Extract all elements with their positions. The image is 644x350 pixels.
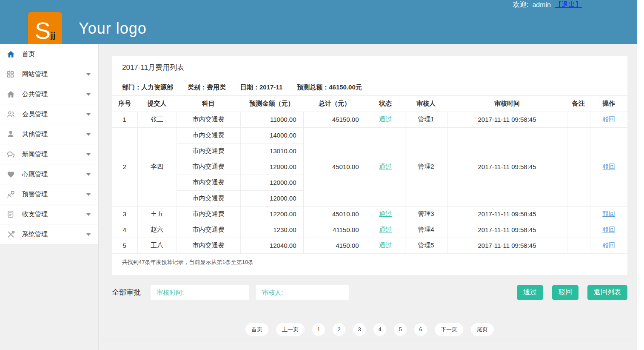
sidebar-item-3[interactable]: 公共管理 [0, 84, 98, 104]
grid-icon [6, 70, 18, 78]
page-button-1[interactable]: 1 [312, 323, 325, 336]
main-content: 2017-11月费用列表 部门：人力资源部类别：费用类日期：2017-11预测总… [112, 56, 627, 336]
sidebar-item-1[interactable]: 首页 [0, 44, 98, 64]
scrollbar-track[interactable] [637, 0, 644, 350]
logo-letter: S [35, 20, 51, 42]
sidebar-item-7[interactable]: 心愿管理 [0, 164, 98, 184]
cell-action-link[interactable]: 驳回 [602, 115, 615, 123]
logo-sub: jj [51, 29, 55, 42]
table-body: 1张三市内交通费11000.0045150.00通过管理12017-11-11 … [112, 112, 627, 253]
sidebar-item-label: 网站管理 [22, 70, 48, 78]
top-header: 欢迎:admin【退出】 Sjj Your logo [0, 0, 644, 44]
filter-label: 部门： [122, 83, 141, 91]
filter-value: 人力资源部 [141, 83, 173, 91]
chevron-down-icon [86, 233, 91, 238]
back-to-list-button[interactable]: 返回列表 [587, 285, 627, 300]
cell-submitter: 赵六 [137, 222, 177, 238]
page-button-首页[interactable]: 首页 [245, 323, 268, 336]
cell-status: 通过 [366, 206, 405, 222]
page-button-下一页[interactable]: 下一页 [435, 323, 463, 336]
page-button-尾页[interactable]: 尾页 [471, 323, 494, 336]
heart-icon [6, 170, 18, 179]
chevron-down-icon [86, 173, 91, 178]
cell-amount: 12000.00 [240, 175, 303, 190]
cell-amount: 12200.00 [240, 206, 303, 222]
table-row: 4赵六市内交通费1230.0041150.00通过管理42017-11-11 0… [112, 222, 627, 238]
sidebar-item-4[interactable]: 会员管理 [0, 104, 98, 124]
page-button-上一页[interactable]: 上一页 [276, 323, 305, 336]
filter-value: 2017-11 [259, 83, 282, 91]
cell-subject: 市内交通费 [177, 143, 240, 159]
filter-label: 类别： [188, 83, 207, 91]
username: admin [532, 1, 551, 9]
cell-subject: 市内交通费 [177, 112, 240, 127]
page-button-4[interactable]: 4 [373, 323, 386, 336]
auditor-input[interactable] [256, 285, 349, 300]
sidebar-item-label: 心愿管理 [22, 170, 48, 178]
filter-row: 部门：人力资源部类别：费用类日期：2017-11预测总额：46150.00元 [112, 79, 627, 96]
reject-button[interactable]: 驳回 [552, 285, 578, 300]
cell-status-link[interactable]: 通过 [379, 163, 392, 170]
sidebar-item-label: 新闻管理 [22, 150, 48, 158]
cell-status-link[interactable]: 通过 [379, 226, 392, 233]
cell-remark [567, 112, 590, 127]
filter-item-1: 部门：人力资源部 [122, 83, 173, 92]
cell-amount: 12040.00 [240, 238, 303, 253]
expense-table: 序号提交人科目预测金额（元）总计（元）状态审核人审核时间备注操作 1张三市内交通… [112, 96, 627, 254]
cell-status-link[interactable]: 通过 [379, 115, 392, 123]
cell-amount: 12000.00 [240, 190, 303, 206]
cell-action-link[interactable]: 驳回 [602, 241, 615, 249]
cell-action: 驳回 [590, 112, 627, 127]
column-header: 预测金额（元） [240, 96, 303, 112]
cell-submitter: 王五 [137, 206, 177, 222]
user-icon [6, 130, 18, 138]
logout-link[interactable]: 【退出】 [555, 0, 582, 9]
cell-status: 通过 [366, 127, 405, 206]
audit-time-input[interactable] [150, 285, 249, 300]
approve-button[interactable]: 通过 [517, 285, 543, 300]
cell-no: 4 [112, 222, 137, 238]
column-header: 科目 [177, 96, 240, 112]
sidebar-item-2[interactable]: 网站管理 [0, 64, 98, 84]
cell-remark [567, 238, 590, 253]
sidebar-item-6[interactable]: 新闻管理 [0, 144, 98, 164]
page-button-6[interactable]: 6 [414, 323, 427, 336]
cell-action-link[interactable]: 驳回 [602, 163, 615, 170]
filter-item-3: 日期：2017-11 [240, 83, 282, 92]
alert-icon [6, 190, 18, 199]
cell-remark [567, 127, 590, 206]
sidebar-item-9[interactable]: 收支管理 [0, 204, 98, 224]
cell-subject: 市内交通费 [177, 159, 240, 175]
page-button-3[interactable]: 3 [353, 323, 366, 336]
approval-label: 全部审批 [112, 287, 141, 297]
cell-status: 通过 [366, 238, 405, 253]
cell-status: 通过 [366, 112, 405, 127]
cell-action-link[interactable]: 驳回 [602, 210, 615, 217]
page-button-2[interactable]: 2 [333, 323, 345, 336]
sidebar-item-label: 系统管理 [22, 230, 48, 238]
cell-auditor: 管理3 [405, 206, 447, 222]
page-button-5[interactable]: 5 [394, 323, 407, 336]
sidebar-item-10[interactable]: 系统管理 [0, 224, 98, 244]
cell-action: 驳回 [590, 127, 627, 206]
cell-action-link[interactable]: 驳回 [602, 226, 615, 233]
cell-amount: 11000.00 [240, 112, 303, 127]
filter-label: 预测总额： [297, 83, 329, 91]
cell-status-link[interactable]: 通过 [379, 210, 392, 217]
table-row: 5王八市内交通费12040.004150.00通过管理52017-11-11 0… [112, 238, 627, 253]
chevron-down-icon [86, 73, 91, 78]
cell-no: 2 [112, 127, 137, 206]
receipt-icon [6, 210, 18, 218]
cell-audit-time: 2017-11-11 09:58:45 [447, 112, 567, 127]
column-header: 状态 [366, 96, 405, 112]
cell-total: 4150.00 [303, 238, 366, 253]
sidebar-item-8[interactable]: 预警管理 [0, 184, 98, 204]
cell-subject: 市内交通费 [177, 127, 240, 143]
welcome-label: 欢迎: [513, 0, 528, 9]
logo-text: Your logo [79, 20, 147, 37]
cell-status-link[interactable]: 通过 [379, 241, 392, 249]
result-summary: 共找到47条年度预算记录，当前显示从第1条至第10条 [112, 254, 627, 275]
column-header: 审核时间 [447, 96, 567, 112]
cell-submitter: 王八 [137, 238, 177, 253]
sidebar-item-5[interactable]: 其他管理 [0, 124, 98, 144]
